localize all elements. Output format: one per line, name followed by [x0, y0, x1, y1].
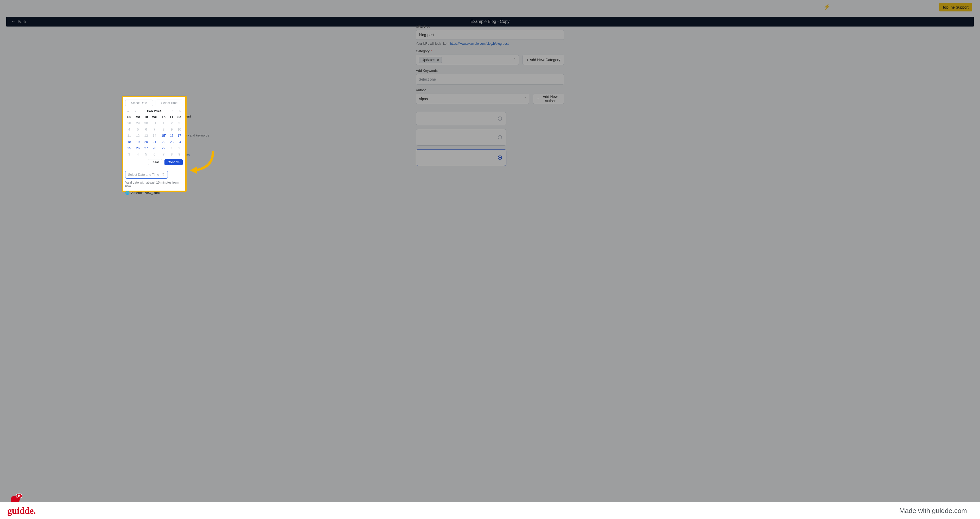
calendar-day[interactable]: 18: [125, 139, 133, 145]
calendar-day: 12: [133, 133, 142, 139]
radio-icon: [498, 156, 502, 160]
calendar-day[interactable]: 24: [175, 139, 183, 145]
clear-button[interactable]: Clear: [148, 159, 162, 165]
calendar-day: 28: [125, 120, 133, 127]
keywords-label: Add Keywords: [416, 69, 564, 73]
calendar-day[interactable]: 20: [142, 139, 150, 145]
datetime-placeholder: Select Date and Time: [128, 173, 159, 176]
calendar-day: 7: [159, 151, 168, 157]
calendar-dow: Fr: [168, 114, 175, 120]
plus-icon: +: [527, 58, 528, 62]
svg-marker-0: [190, 167, 197, 174]
author-label: Author: [416, 88, 564, 92]
radio-option-3-selected[interactable]: [416, 149, 506, 166]
calendar-day[interactable]: 22: [159, 139, 168, 145]
calendar-dow: Su: [125, 114, 133, 120]
support-button[interactable]: topline Support: [939, 3, 972, 11]
url-help-link[interactable]: https://www.example.com/blog/b/blog-post: [450, 42, 509, 46]
calendar-day[interactable]: 19: [133, 139, 142, 145]
calendar-day: 5: [142, 151, 150, 157]
next-month-icon[interactable]: ›: [171, 109, 175, 113]
calendar-icon: 🗓: [162, 173, 165, 177]
chip-remove-icon[interactable]: ✕: [437, 58, 439, 62]
radio-icon: [498, 135, 502, 140]
calendar-day: 29: [133, 120, 142, 127]
select-time-pill[interactable]: Select Time: [156, 100, 183, 106]
made-with-label: Made with guidde.com: [899, 507, 967, 515]
calendar-day: 2: [175, 145, 183, 151]
calendar-grid: SuMoTuWeThFrSa 2829303112345678910111213…: [125, 114, 183, 157]
calendar-day: 10: [175, 126, 183, 133]
calendar-day: 11: [125, 133, 133, 139]
radio2-fragment: ry and keywords: [186, 134, 209, 137]
url-slug-label: URL Slug: [416, 24, 564, 29]
url-help-prefix: Your URL will look like: -: [416, 42, 450, 46]
keywords-placeholder: Select one: [419, 77, 436, 81]
calendar-dow: We: [150, 114, 159, 120]
calendar-dow: Tu: [142, 114, 150, 120]
chat-count-badge: 36: [16, 494, 22, 498]
calendar-day: 8: [159, 126, 168, 133]
calendar-dow: Sa: [175, 114, 183, 120]
author-select[interactable]: Alpas ˅: [416, 94, 529, 104]
calendar-day[interactable]: 28: [150, 145, 159, 151]
calendar-day: 4: [133, 151, 142, 157]
calendar-day: 31: [150, 120, 159, 127]
calendar-day[interactable]: 29: [159, 145, 168, 151]
confirm-button[interactable]: Confirm: [164, 159, 183, 165]
footer-bar: guidde. Made with guidde.com: [0, 502, 980, 519]
keywords-select[interactable]: Select one: [416, 74, 564, 84]
calendar-dow: Th: [159, 114, 168, 120]
author-value: Alpas: [419, 97, 428, 101]
category-chip: Updates ✕: [419, 57, 442, 63]
calendar-day[interactable]: 23: [168, 139, 175, 145]
calendar-day[interactable]: 16: [168, 133, 175, 139]
radio-icon: [498, 116, 502, 121]
calendar-day: 1: [159, 120, 168, 127]
calendar-day: 9: [168, 126, 175, 133]
category-chip-label: Updates: [422, 58, 435, 62]
guide-arrow-icon: [187, 147, 218, 178]
chat-widget[interactable]: 36: [11, 495, 20, 503]
calendar-day[interactable]: 26: [133, 145, 142, 151]
radio-option-2[interactable]: [416, 129, 506, 146]
calendar-day: 3: [125, 151, 133, 157]
calendar-day[interactable]: 21: [150, 139, 159, 145]
calendar-day[interactable]: 25: [125, 145, 133, 151]
chevron-down-icon: ˅: [524, 97, 526, 101]
calendar-day: 2: [168, 120, 175, 127]
calendar-day: 6: [142, 126, 150, 133]
prev-month-icon[interactable]: ‹: [134, 109, 138, 113]
calendar-month-title: Feb 2024: [147, 109, 162, 113]
support-label-bold: topline: [943, 5, 955, 10]
calendar-day[interactable]: 27: [142, 145, 150, 151]
calendar-day[interactable]: 17: [175, 133, 183, 139]
timezone-label: America/New_York: [131, 191, 160, 195]
chevron-down-icon: ˅: [514, 58, 515, 62]
calendar-day: 3: [175, 120, 183, 127]
radio1-fragment: ent: [186, 114, 191, 118]
add-category-button[interactable]: +Add New Category: [523, 55, 564, 65]
radio-option-1[interactable]: [416, 112, 506, 125]
valid-note: Valid date with atleast 15 minutes from …: [125, 181, 183, 188]
add-author-button[interactable]: +Add New Author: [533, 94, 564, 104]
calendar-day: 5: [133, 126, 142, 133]
next-year-icon[interactable]: »: [178, 109, 182, 113]
datepicker-panel: Select Date Select Time « ‹ Feb 2024 › »…: [122, 96, 186, 192]
url-slug-input[interactable]: [416, 30, 564, 40]
calendar-day: 13: [142, 133, 150, 139]
calendar-day: 8: [168, 151, 175, 157]
select-date-pill[interactable]: Select Date: [125, 100, 153, 106]
prev-year-icon[interactable]: «: [126, 109, 130, 113]
calendar-day: 4: [125, 126, 133, 133]
category-select[interactable]: Updates ✕ ˅: [416, 55, 519, 65]
brand-logo: guidde.: [7, 505, 36, 516]
datetime-input[interactable]: Select Date and Time 🗓: [125, 171, 168, 179]
category-label: Category*: [416, 49, 564, 53]
bolt-icon: ⚡: [823, 4, 830, 10]
calendar-dow: Mo: [133, 114, 142, 120]
top-strip: ⚡ topline Support: [0, 0, 980, 16]
add-category-label: Add New Category: [530, 58, 560, 62]
calendar-day[interactable]: 15: [159, 133, 168, 139]
calendar-day: 9: [175, 151, 183, 157]
